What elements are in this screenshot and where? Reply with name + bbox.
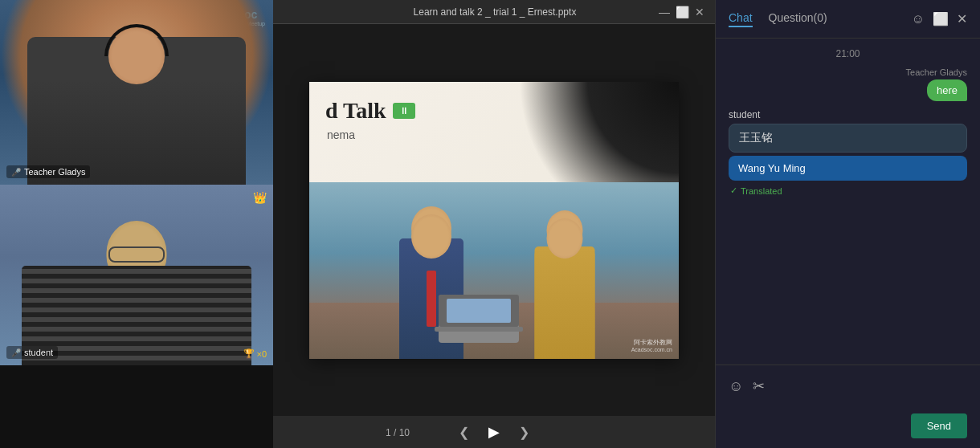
left-video-panel: Acadsoc Online Academic Meetup 🎤 Teacher…	[0, 0, 273, 448]
teacher-sender-label: Teacher Gladys	[906, 67, 967, 77]
slide-photo: 阿卡索外教网 Acadsoc.com.cn	[309, 182, 679, 359]
slide-background: d Talk ⏸ nema	[309, 82, 679, 359]
student-section-label: student	[729, 109, 967, 120]
student-label: 🎤 student	[6, 346, 58, 359]
check-icon: ✓	[730, 185, 737, 196]
teacher-label: 🎤 Teacher Gladys	[6, 165, 90, 178]
points-value: ×0	[256, 349, 267, 359]
slide-watermark-url: Acadsoc.com.cn	[631, 347, 672, 352]
presentation-titlebar: Learn and talk 2 _ trial 1 _ Ernest.pptx…	[273, 0, 715, 24]
minimize-button[interactable]: —	[659, 6, 670, 18]
tab-chat[interactable]: Chat	[729, 11, 753, 27]
student-video-feed: 👑 🎤 student 🏆 ×0	[0, 185, 273, 365]
slide-container: d Talk ⏸ nema	[309, 82, 679, 359]
translated-badge: ✓ Translated	[730, 185, 967, 196]
slide-play-button[interactable]: ▶	[488, 423, 500, 441]
chat-tabs[interactable]: Chat Question(0)	[729, 11, 827, 27]
chat-footer-icons[interactable]: ☺ ✂	[729, 372, 967, 401]
slide-watermark-cn: 阿卡索外教网	[631, 338, 672, 347]
slide-laptop	[439, 295, 519, 343]
student-chat-section: student 王玉铭 Wang Yu Ming ✓ Translated	[729, 109, 967, 196]
teacher-video-bg: Acadsoc Online Academic Meetup	[0, 0, 273, 185]
chat-input-area[interactable]: Send	[716, 407, 980, 448]
chat-body: 21:00 Teacher Gladys here student 王玉铭 Wa…	[716, 39, 980, 365]
chat-footer-icons-row: ☺ ✂	[716, 365, 980, 407]
slide-controls-bar: ❮ ▶ ❯ 1 / 10	[273, 416, 715, 448]
right-chat-panel: Chat Question(0) ☺ ⬜ ✕ 21:00 Teacher Gla…	[715, 0, 980, 448]
translated-label: Translated	[741, 186, 782, 196]
slide-next-button[interactable]: ❯	[512, 422, 536, 443]
maximize-button[interactable]: ⬜	[676, 6, 688, 18]
student-name-label: student	[24, 348, 53, 357]
student-video-bg: 👑	[0, 185, 273, 365]
teacher-message-block: Teacher Gladys here	[729, 67, 967, 101]
points-badge: 🏆 ×0	[243, 348, 267, 359]
slide-prev-button[interactable]: ❮	[452, 422, 476, 443]
slide-main-title: d Talk	[325, 98, 386, 124]
student-mic-icon: 🎤	[11, 348, 21, 357]
slide-counter: 1 / 10	[386, 427, 410, 438]
emoji-footer-icon[interactable]: ☺	[729, 378, 743, 395]
send-button[interactable]: Send	[911, 413, 967, 438]
student-translation-bubble: Wang Yu Ming	[729, 156, 967, 181]
student-glasses-icon	[108, 246, 165, 263]
scissors-footer-icon[interactable]: ✂	[753, 377, 765, 395]
close-button[interactable]: ✕	[694, 6, 705, 18]
presentation-title: Learn and talk 2 _ trial 1 _ Ernest.pptx	[331, 6, 659, 18]
slide-person-right	[525, 210, 605, 359]
teacher-video-feed: Acadsoc Online Academic Meetup 🎤 Teacher…	[0, 0, 273, 185]
slide-title-area: d Talk ⏸ nema	[325, 98, 415, 141]
chat-header-icons[interactable]: ☺ ⬜ ✕	[912, 11, 967, 26]
teacher-mic-icon: 🎤	[11, 168, 21, 177]
titlebar-controls[interactable]: — ⬜ ✕	[659, 6, 705, 18]
close-chat-icon[interactable]: ✕	[957, 11, 967, 26]
slide-nav-area[interactable]: ❮ ▶ ❯	[452, 422, 536, 443]
slide-watermark: 阿卡索外教网 Acadsoc.com.cn	[631, 338, 672, 352]
chat-time: 21:00	[729, 48, 967, 59]
tab-question[interactable]: Question(0)	[769, 11, 827, 27]
smiley-header-icon[interactable]: ☺	[912, 12, 925, 26]
slide-subtitle: nema	[327, 128, 415, 141]
student-chinese-message: 王玉铭	[729, 124, 967, 153]
teacher-message-bubble: here	[927, 79, 967, 101]
slide-pause-button[interactable]: ⏸	[393, 103, 415, 119]
resize-header-icon[interactable]: ⬜	[933, 11, 949, 26]
chat-header: Chat Question(0) ☺ ⬜ ✕	[716, 0, 980, 39]
trophy-icon: 🏆	[243, 348, 255, 359]
slide-photo-bg: 阿卡索外教网 Acadsoc.com.cn	[309, 182, 679, 359]
presentation-content: d Talk ⏸ nema	[273, 24, 715, 416]
presentation-panel: Learn and talk 2 _ trial 1 _ Ernest.pptx…	[273, 0, 715, 448]
teacher-name-label: Teacher Gladys	[24, 167, 85, 177]
